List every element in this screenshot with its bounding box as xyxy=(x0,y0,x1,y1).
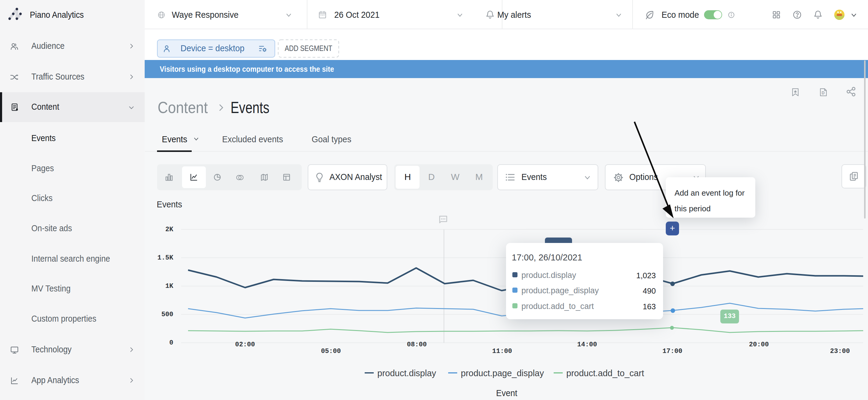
svg-text:D: D xyxy=(822,91,825,95)
